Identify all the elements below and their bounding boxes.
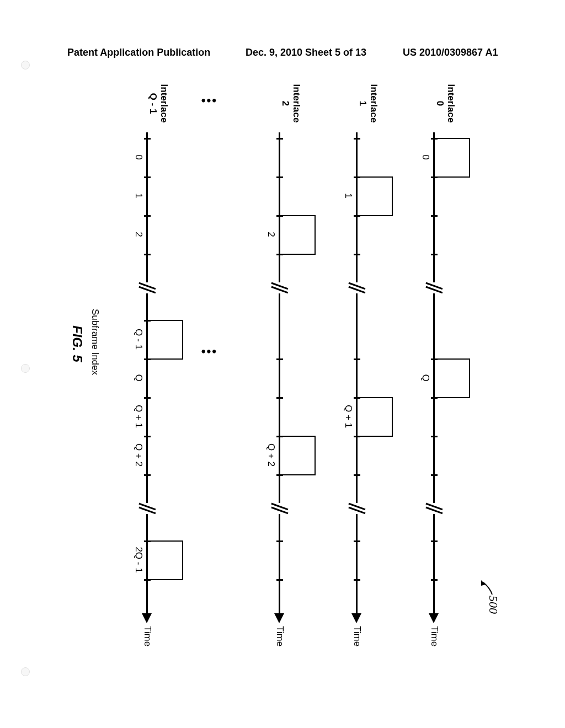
axis-tick [144,474,151,476]
subframe-index-label: 0 [133,138,144,176]
subframe-pulse [280,215,316,255]
axis-tick [354,540,360,542]
header-left: Patent Application Publication [67,47,210,58]
arrow-head-icon [429,613,439,623]
interlace-label-line1: Interlace [158,77,169,130]
subframe-index-label: Q + 1 [133,397,144,436]
axis-line [279,132,281,618]
axis-break-icon [427,502,442,515]
subframe-pulse [434,138,470,178]
axis-tick [144,138,151,140]
interlace-label-line2: Q - 1 [147,77,158,130]
axis-break-icon [427,281,442,295]
subframe-index-label: 2 [133,215,144,254]
interlace-label-line2: 2 [279,77,290,130]
subframe-pulse [147,320,183,360]
arrow-head-icon [351,613,361,623]
axis-tick [431,436,438,437]
axis-break-icon [272,502,287,515]
x-axis-label: Subframe Index [89,309,100,375]
time-label: Time [142,626,153,646]
axis-break-icon [140,281,155,295]
subframe-label: 1 [343,176,354,215]
ellipsis-icon: ••• [200,344,216,358]
header-mid: Dec. 9, 2010 Sheet 5 of 13 [246,47,366,58]
time-label: Time [429,626,440,646]
axis-tick [431,215,438,217]
interlace-label: Interlace2 [279,77,302,130]
axis-break-icon [140,502,155,515]
axis-break-icon [272,281,287,295]
subframe-index-label: Q [133,358,144,397]
axis-tick [144,397,151,399]
axis-tick [431,540,438,542]
interlace-label-line2: 1 [356,77,367,130]
axis-tick [354,474,360,476]
interlace-label-line1: Interlace [368,77,379,130]
hole-punch [21,364,30,373]
figure-container: 500 ••• ••• Subframe Index FIG. 5 Interl… [62,77,503,695]
axis-tick [431,254,438,255]
subframe-label: Q + 2 [265,436,276,474]
hole-punch [21,667,30,676]
interlace-label-line1: Interlace [291,77,302,130]
interlace-label: Interlace1 [356,77,379,130]
axis-tick [276,579,283,581]
axis-tick [354,579,360,581]
axis-tick [276,138,283,140]
time-label: Time [351,626,363,646]
axis-tick [276,397,283,399]
axis-tick [144,176,151,178]
reference-arrow-icon [479,579,493,596]
axis-tick [431,474,438,476]
axis-tick [144,215,151,217]
subframe-pulse [357,397,393,437]
time-label: Time [274,626,285,646]
axis-tick [354,358,360,360]
interlace-label: InterlaceQ - 1 [147,77,169,130]
arrow-head-icon [274,613,284,623]
interlace-label: Interlace0 [434,77,456,130]
reference-number: 500 [486,596,500,614]
axis-break-icon [349,502,365,515]
axis-tick [354,138,360,140]
axis-tick [431,579,438,581]
axis-break-icon [349,281,365,295]
axis-tick [276,540,283,542]
hole-punch [21,61,30,69]
subframe-pulse [280,436,316,475]
subframe-index-label: 2Q - 1 [133,540,144,579]
subframe-label: Q [420,358,431,397]
interlace-label-line2: 0 [434,77,445,130]
subframe-label: Q + 1 [343,397,354,436]
subframe-label: 2 [265,215,276,254]
axis-tick [144,254,151,255]
header-right: US 2010/0309867 A1 [403,47,498,58]
arrow-head-icon [142,613,152,623]
figure-label: FIG. 5 [70,325,85,362]
subframe-index-label: 1 [133,176,144,215]
axis-tick [276,358,283,360]
ellipsis-icon: ••• [200,93,216,108]
subframe-pulse [434,358,470,398]
interlace-label-line1: Interlace [445,77,456,130]
subframe-label: 0 [420,138,431,176]
axis-tick [276,176,283,178]
axis-tick [354,254,360,255]
subframe-pulse [357,176,393,216]
axis-tick [144,436,151,437]
subframe-index-label: Q - 1 [133,320,144,358]
subframe-index-label: Q + 2 [133,436,144,474]
subframe-pulse [147,540,183,580]
